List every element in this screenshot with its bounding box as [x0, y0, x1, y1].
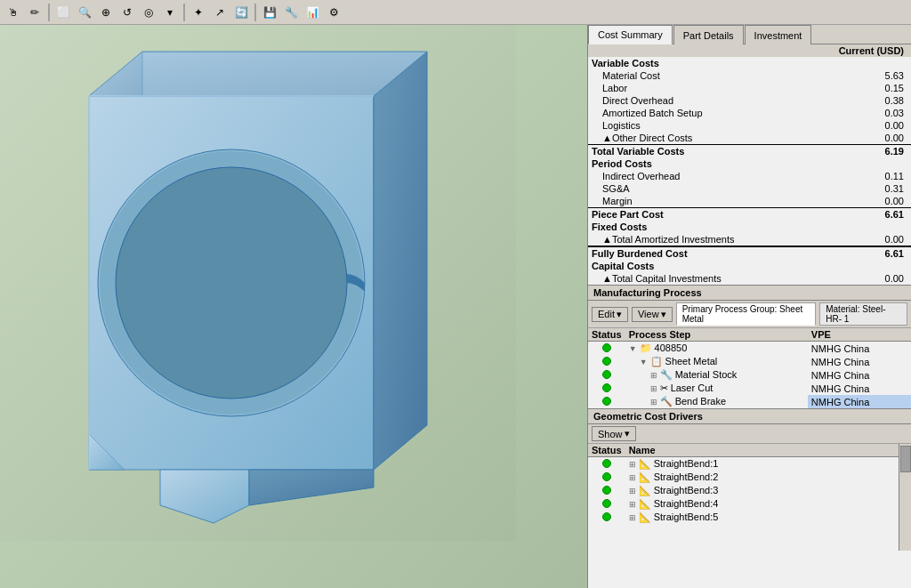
star-tool[interactable]: ✦	[189, 3, 208, 22]
geo-item-icon: 📐	[639, 485, 651, 495]
mfg-row: ⊞✂Laser CutNMHG China	[588, 382, 911, 395]
geo-scrollbar-thumb[interactable]	[900, 446, 911, 472]
expand-icon[interactable]: ⊞	[650, 384, 657, 393]
total-variable-value: 6.19	[814, 145, 911, 158]
geo-show-dropdown-icon: ▾	[625, 428, 630, 439]
total-capital-label: ▲Total Capital Investments	[588, 272, 814, 285]
capital-costs-label: Capital Costs	[588, 260, 814, 272]
capital-costs-value	[814, 260, 911, 272]
settings-tool[interactable]: 🔧	[281, 3, 301, 22]
mfg-title: Manufacturing Process	[588, 286, 911, 301]
mfg-row-label[interactable]: ▼📁408850	[625, 342, 808, 356]
geo-row-status	[588, 471, 625, 484]
direct-overhead-label: Direct Overhead	[588, 94, 814, 107]
geo-expand-icon[interactable]: ⊞	[629, 487, 636, 495]
mfg-row-label[interactable]: ⊞🔧Material Stock	[625, 368, 808, 382]
geo-row-name[interactable]: ⊞📐StraightBend:3	[625, 484, 911, 497]
piece-part-cost-label: Piece Part Cost	[588, 208, 814, 222]
geo-show-button[interactable]: Show ▾	[592, 426, 636, 441]
geo-expand-icon[interactable]: ⊞	[629, 513, 636, 522]
zoom-tool[interactable]: 🔍	[75, 3, 94, 22]
mfg-row: ⊞🔧Material StockNMHG China	[588, 368, 911, 382]
fixed-costs-header: Fixed Costs	[588, 221, 911, 233]
geo-scrollbar[interactable]	[899, 444, 911, 551]
total-amortized-value: 0.00	[814, 233, 911, 246]
arrow-tool[interactable]: ↗	[210, 3, 230, 22]
logistics-value: 0.00	[814, 119, 911, 132]
mfg-row-label[interactable]: ⊞🔨Bend Brake	[625, 395, 808, 408]
rectangle-tool[interactable]: ⬜	[53, 3, 73, 22]
mfg-row-label[interactable]: ▼📋Sheet Metal	[625, 355, 808, 368]
period-costs-label: Period Costs	[588, 157, 814, 170]
gear-tool[interactable]: ⚙	[324, 3, 343, 22]
geo-row-name[interactable]: ⊞📐StraightBend:5	[625, 511, 911, 524]
geo-row-name[interactable]: ⊞📐StraightBend:2	[625, 471, 911, 484]
material-cost-row: Material Cost 5.63	[588, 69, 911, 82]
geo-item-icon: 📐	[639, 458, 651, 469]
geo-row: ⊞📐StraightBend:5	[588, 511, 911, 524]
geo-item-icon: 📐	[639, 498, 651, 509]
geo-row: ⊞📐StraightBend:2	[588, 471, 911, 484]
sep3	[254, 4, 256, 21]
chart-tool[interactable]: 📊	[302, 3, 322, 22]
tab-part-details[interactable]: Part Details	[673, 25, 744, 44]
tab-investment[interactable]: Investment	[745, 25, 812, 44]
amortized-batch-row: Amortized Batch Setup 0.03	[588, 107, 911, 119]
indirect-overhead-value: 0.11	[814, 170, 911, 182]
fully-burdened-value: 6.61	[814, 246, 911, 260]
capital-costs-header: Capital Costs	[588, 260, 911, 272]
expand-icon[interactable]: ▼	[629, 344, 637, 353]
mfg-row-label[interactable]: ⊞✂Laser Cut	[625, 382, 808, 395]
mfg-view-button[interactable]: View ▾	[632, 307, 673, 322]
dropdown-tool[interactable]: ▾	[160, 3, 180, 22]
geo-header-row: Status Name	[588, 444, 911, 457]
geo-item-label: StraightBend:2	[654, 471, 719, 482]
expand-icon[interactable]: ▼	[640, 358, 648, 366]
rotate-tool[interactable]: ↺	[117, 3, 137, 22]
save-tool[interactable]: 💾	[260, 3, 279, 22]
fully-burdened-label: Fully Burdened Cost	[588, 246, 814, 260]
geo-row-name[interactable]: ⊞📐StraightBend:4	[625, 497, 911, 511]
mfg-toolbar: Edit ▾ View ▾ Primary Process Group: She…	[588, 301, 911, 328]
mfg-row: ⊞🔨Bend BrakeNMHG China	[588, 395, 911, 408]
mfg-primary-tag[interactable]: Primary Process Group: Sheet Metal	[676, 302, 817, 326]
sep2	[183, 4, 185, 21]
cost-label-header	[588, 44, 814, 57]
direct-overhead-value: 0.38	[814, 94, 911, 107]
tree-label: Sheet Metal	[665, 356, 718, 366]
tab-cost-summary[interactable]: Cost Summary	[588, 25, 673, 44]
geo-status-col: Status	[588, 444, 625, 457]
tree-label: Bend Brake	[675, 396, 726, 407]
geo-expand-icon[interactable]: ⊞	[629, 460, 636, 469]
cursor-tool[interactable]: 🖱	[4, 3, 23, 22]
piece-part-cost-row: Piece Part Cost 6.61	[588, 208, 911, 222]
labor-value: 0.15	[814, 82, 911, 94]
mfg-edit-dropdown-icon: ▾	[617, 309, 622, 320]
svg-point-6	[116, 167, 347, 399]
material-cost-value: 5.63	[814, 69, 911, 82]
material-cost-label: Material Cost	[588, 69, 814, 82]
select-tool[interactable]: ✏	[25, 3, 44, 22]
fit-tool[interactable]: ⊕	[96, 3, 116, 22]
geo-row-name[interactable]: ⊞📐StraightBend:1	[625, 457, 911, 471]
geo-name-col: Name	[625, 444, 911, 457]
geo-expand-icon[interactable]: ⊞	[629, 473, 636, 482]
mfg-material-tag[interactable]: Material: Steel- HR- 1	[819, 302, 907, 326]
mfg-edit-button[interactable]: Edit ▾	[592, 307, 628, 322]
geo-expand-icon[interactable]: ⊞	[629, 500, 636, 509]
refresh-tool[interactable]: 🔄	[231, 3, 251, 22]
geo-item-label: StraightBend:3	[654, 485, 719, 495]
indirect-overhead-label: Indirect Overhead	[588, 170, 814, 182]
expand-icon[interactable]: ⊞	[650, 371, 657, 380]
target-tool[interactable]: ◎	[139, 3, 158, 22]
main-toolbar: 🖱 ✏ ⬜ 🔍 ⊕ ↺ ◎ ▾ ✦ ↗ 🔄 💾 🔧 📊 ⚙	[0, 0, 911, 25]
mfg-row-vpe: NMHG China	[808, 382, 911, 395]
logistics-row: Logistics 0.00	[588, 119, 911, 132]
3d-viewport[interactable]	[0, 25, 587, 588]
mfg-row-status	[588, 395, 625, 408]
mfg-row-vpe: NMHG China	[808, 395, 911, 408]
main-layout: Cost Summary Part Details Investment Cur…	[0, 25, 911, 588]
variable-costs-value	[814, 57, 911, 69]
geo-row-status	[588, 457, 625, 471]
expand-icon[interactable]: ⊞	[650, 398, 657, 407]
